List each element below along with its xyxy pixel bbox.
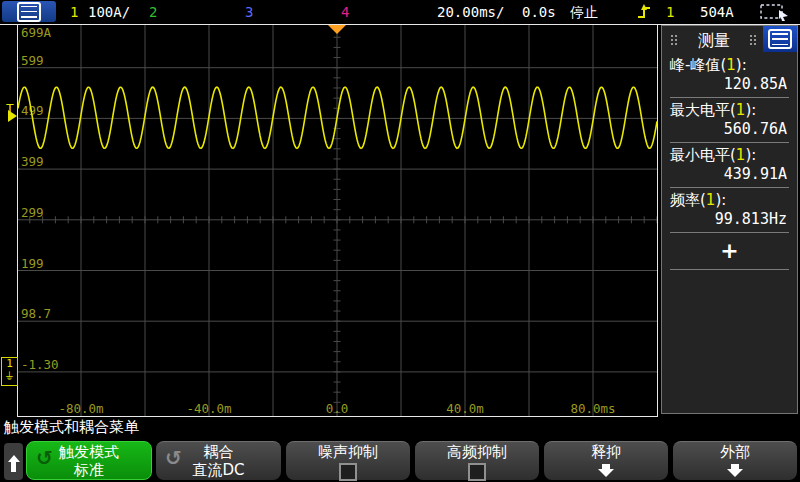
drag-grip-icon[interactable] xyxy=(750,35,758,47)
trigger-level-marker-icon[interactable] xyxy=(8,110,17,122)
softkey-title: 外部 xyxy=(673,443,797,462)
channel-3-indicator[interactable]: 3 xyxy=(245,4,253,20)
channel-2-indicator[interactable]: 2 xyxy=(149,4,157,20)
x-axis-label: -80.0m xyxy=(58,401,103,416)
hamburger-menu-icon xyxy=(768,29,792,49)
measurement-value: 120.85A xyxy=(670,75,789,94)
y-axis-label: 299 xyxy=(21,205,44,220)
cycle-arrow-icon: ↺ xyxy=(36,446,53,470)
softkey-title: 高频抑制 xyxy=(415,443,539,462)
trigger-slope-rising-icon xyxy=(637,3,651,21)
top-status-bar: 1 100A/ 2 3 4 20.00ms/ 0.0s 停止 1 504A xyxy=(0,0,800,25)
timebase-readout[interactable]: 20.00ms/ xyxy=(437,4,504,20)
measurement-item-maximum[interactable]: 最大电平(1): 560.76A xyxy=(662,98,797,143)
y-axis-label: 199 xyxy=(21,256,44,271)
cycle-arrow-icon: ↺ xyxy=(165,446,182,470)
checkbox-unchecked[interactable] xyxy=(468,463,486,481)
selection-cursor-icon[interactable] xyxy=(760,4,790,21)
channel-1-scale[interactable]: 100A/ xyxy=(88,4,130,20)
channel-1-ground-marker-icon[interactable]: 1 ⏚ xyxy=(1,357,18,386)
main-menu-button[interactable] xyxy=(2,1,56,22)
y-axis-label: 399 xyxy=(21,154,44,169)
delay-readout[interactable]: 0.0s xyxy=(522,4,556,20)
y-axis-label: -1.30 xyxy=(21,357,59,372)
y-axis-label: 699A xyxy=(21,25,52,40)
checkbox-unchecked[interactable] xyxy=(339,463,357,481)
measurement-value: 99.813Hz xyxy=(670,210,789,229)
x-axis-label: 80.0ms xyxy=(570,401,615,416)
softkey-menu-title: 触发模式和耦合菜单 xyxy=(4,418,139,437)
x-axis-label: 40.0m xyxy=(446,401,484,416)
trigger-level-readout[interactable]: 504A xyxy=(700,4,734,20)
measurement-label: 最大电平(1): xyxy=(670,101,789,120)
measurement-label: 最小电平(1): xyxy=(670,146,789,165)
measurement-item-peak-to-peak[interactable]: 峰-峰值(1): 120.85A xyxy=(662,53,797,98)
softkey-title: 噪声抑制 xyxy=(286,443,410,462)
x-axis-label: -40.0m xyxy=(186,401,231,416)
measurement-label: 峰-峰值(1): xyxy=(670,56,789,75)
channel-1-indicator[interactable]: 1 xyxy=(70,4,78,20)
add-measurement-button[interactable]: + xyxy=(720,240,738,262)
softkey-hf-reject[interactable]: 高频抑制 xyxy=(415,441,539,480)
measurement-panel-title: 测量 xyxy=(698,31,730,52)
y-axis-label: 98.7 xyxy=(21,306,51,321)
softkey-noise-reject[interactable]: 噪声抑制 xyxy=(286,441,410,480)
softkey-title: 释抑 xyxy=(544,443,668,462)
measurement-value: 560.76A xyxy=(670,120,789,139)
hamburger-menu-icon xyxy=(17,2,41,22)
menu-back-button[interactable] xyxy=(4,443,23,480)
measurement-menu-button[interactable] xyxy=(763,26,797,52)
softkey-holdoff[interactable]: 释抑 xyxy=(544,441,668,480)
run-state-label: 停止 xyxy=(570,4,598,20)
measurement-item-minimum[interactable]: 最小电平(1): 439.91A xyxy=(662,143,797,188)
divider xyxy=(670,269,789,270)
softkey-coupling[interactable]: ↺ 耦合 直流DC xyxy=(156,441,281,480)
ground-symbol-icon: ⏚ xyxy=(2,370,17,383)
measurement-label: 频率(1): xyxy=(670,191,789,210)
y-axis-label: 599 xyxy=(21,53,44,68)
softkey-trigger-mode[interactable]: ↺ 触发模式 标准 xyxy=(26,441,152,480)
up-arrow-icon xyxy=(8,449,20,462)
measurement-panel: 测量 峰-峰值(1): 120.85A 最大电平(1): 560.76A 最小电… xyxy=(661,25,798,414)
measurement-item-frequency[interactable]: 频率(1): 99.813Hz xyxy=(662,188,797,233)
measurement-value: 439.91A xyxy=(670,165,789,184)
drag-grip-icon[interactable] xyxy=(671,35,679,47)
measurement-panel-header: 测量 xyxy=(662,26,797,53)
waveform-display: 699A59949939929919998.7-1.30-80.0m-40.0m… xyxy=(17,25,658,417)
channel-4-indicator[interactable]: 4 xyxy=(341,4,349,20)
add-measurement-row: + xyxy=(662,233,797,269)
softkey-external[interactable]: 外部 xyxy=(673,441,797,480)
trigger-source-indicator[interactable]: 1 xyxy=(666,4,674,20)
trigger-position-marker-icon xyxy=(328,25,346,34)
x-axis-label: 0.0 xyxy=(326,401,349,416)
ground-channel-number: 1 xyxy=(6,357,13,370)
